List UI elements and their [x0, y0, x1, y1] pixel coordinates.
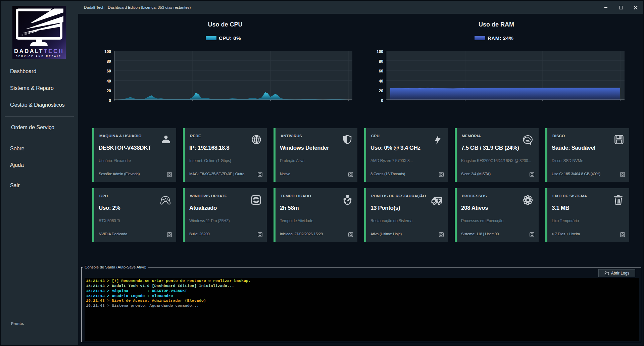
svg-text:TECH: TECH	[44, 48, 64, 54]
svg-text:SERVICE AND REPAIR: SERVICE AND REPAIR	[16, 55, 62, 57]
svg-text:DADALT: DADALT	[14, 48, 44, 54]
